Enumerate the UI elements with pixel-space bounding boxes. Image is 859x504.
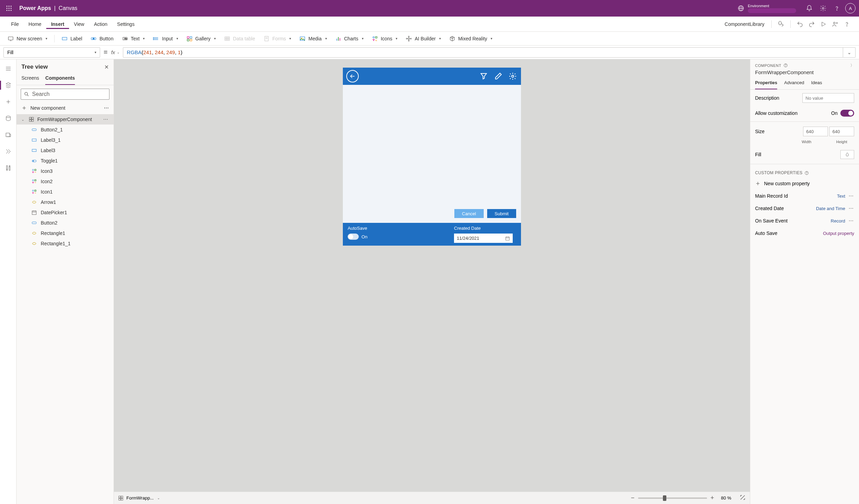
- custom-property-row[interactable]: On Save EventRecord⋯: [750, 215, 859, 227]
- tree-node[interactable]: Arrow1: [17, 197, 114, 207]
- menu-view[interactable]: View: [69, 19, 89, 29]
- menu-action[interactable]: Action: [89, 19, 112, 29]
- tree-node[interactable]: Rectangle1_1: [17, 238, 114, 249]
- more-icon[interactable]: ⋯: [849, 218, 854, 224]
- user-avatar[interactable]: A: [845, 3, 856, 13]
- edit-pencil-icon[interactable]: [493, 71, 503, 81]
- tree-node[interactable]: Button2_1: [17, 125, 114, 135]
- gallery-dropdown[interactable]: Gallery▾: [183, 34, 219, 43]
- media-dropdown[interactable]: Media▾: [296, 34, 330, 43]
- info-icon[interactable]: [783, 63, 788, 68]
- description-input[interactable]: [802, 93, 854, 103]
- svg-point-12: [822, 8, 824, 9]
- component-library-name[interactable]: ComponentLibrary: [725, 21, 764, 27]
- more-icon[interactable]: ⋯: [849, 193, 854, 199]
- custom-property-row[interactable]: Auto SaveOutput property: [750, 227, 859, 239]
- label-button[interactable]: Label: [58, 34, 86, 43]
- tree-node[interactable]: Icon1: [17, 187, 114, 197]
- props-tab-properties[interactable]: Properties: [755, 78, 777, 89]
- icons-dropdown[interactable]: Icons▾: [368, 34, 401, 43]
- props-tab-advanced[interactable]: Advanced: [784, 78, 804, 89]
- fx-label[interactable]: fx⌄: [111, 49, 120, 55]
- app-launcher-icon[interactable]: [3, 3, 15, 14]
- tree-node[interactable]: Button2: [17, 218, 114, 228]
- input-dropdown[interactable]: Input▾: [149, 34, 181, 43]
- info-icon[interactable]: [804, 171, 809, 175]
- close-panel-icon[interactable]: ✕: [104, 64, 109, 70]
- height-input[interactable]: [829, 127, 854, 136]
- redo-icon[interactable]: [806, 18, 818, 30]
- ai-builder-dropdown[interactable]: AI Builder▾: [402, 34, 444, 43]
- custom-property-row[interactable]: Created DateDate and Time⋯: [750, 202, 859, 215]
- environment-picker[interactable]: Environment: [737, 4, 796, 13]
- hamburger-icon[interactable]: [2, 63, 14, 75]
- tree-node[interactable]: Icon3: [17, 166, 114, 176]
- mixed-reality-dropdown[interactable]: Mixed Reality▾: [446, 34, 496, 43]
- menu-settings[interactable]: Settings: [112, 19, 139, 29]
- canvas-status-bar: FormWrapp... ⌄ − + 80 %: [114, 492, 750, 504]
- menu-file[interactable]: File: [6, 19, 24, 29]
- allow-customization-toggle[interactable]: On: [831, 110, 854, 117]
- tree-node-root[interactable]: ⌄FormWrapperComponent⋯: [17, 114, 114, 125]
- width-input[interactable]: [803, 127, 828, 136]
- undo-icon[interactable]: [794, 18, 806, 30]
- fill-color-picker[interactable]: [840, 150, 854, 159]
- charts-dropdown[interactable]: Charts▾: [332, 34, 367, 43]
- autosave-toggle[interactable]: On: [348, 234, 367, 240]
- tree-node[interactable]: DatePicker1: [17, 207, 114, 218]
- panel-collapse-icon[interactable]: 〉: [850, 63, 855, 68]
- more-icon[interactable]: ⋯: [104, 105, 109, 111]
- menu-insert[interactable]: Insert: [46, 19, 69, 29]
- data-rail-icon[interactable]: [2, 112, 14, 124]
- preview-play-icon[interactable]: [818, 18, 829, 30]
- tree-search-input[interactable]: Search: [21, 89, 109, 100]
- tree-node[interactable]: Icon2: [17, 176, 114, 187]
- share-icon[interactable]: [829, 18, 841, 30]
- tree-tab-screens[interactable]: Screens: [21, 72, 39, 85]
- cancel-button[interactable]: Cancel: [454, 209, 483, 218]
- tree-tab-components[interactable]: Components: [45, 72, 75, 85]
- formula-expand-icon[interactable]: ⌄: [843, 47, 856, 58]
- insert-ribbon: New screen▾ Label Ab Button Abc Text▾ In…: [0, 32, 859, 46]
- new-custom-property-button[interactable]: New custom property: [750, 177, 859, 190]
- settings-gear-icon[interactable]: [816, 1, 830, 15]
- more-icon[interactable]: ⋯: [103, 117, 110, 122]
- media-rail-icon[interactable]: [2, 129, 14, 141]
- property-selector[interactable]: Fill▾: [3, 47, 100, 58]
- notifications-icon[interactable]: [802, 1, 816, 15]
- insert-rail-icon[interactable]: [2, 96, 14, 108]
- menu-home[interactable]: Home: [24, 19, 46, 29]
- zoom-out-icon[interactable]: −: [631, 494, 635, 502]
- tree-view-icon[interactable]: [2, 79, 14, 91]
- tree-node[interactable]: Label3_1: [17, 135, 114, 145]
- new-component-button[interactable]: New component ⋯: [17, 103, 114, 114]
- selected-element-picker[interactable]: FormWrapp... ⌄: [118, 495, 160, 501]
- tree-node[interactable]: Toggle1: [17, 156, 114, 166]
- tree-node[interactable]: Label3: [17, 145, 114, 156]
- text-dropdown[interactable]: Abc Text▾: [118, 34, 148, 43]
- submit-button[interactable]: Submit: [487, 209, 516, 218]
- svg-point-86: [32, 169, 34, 171]
- help-icon[interactable]: [830, 1, 844, 15]
- svg-rect-82: [32, 149, 36, 152]
- zoom-in-icon[interactable]: +: [711, 494, 714, 502]
- help-menu-icon[interactable]: [841, 18, 853, 30]
- more-icon[interactable]: ⋯: [849, 206, 854, 211]
- tools-icon[interactable]: [2, 162, 14, 174]
- tree-node[interactable]: Rectangle1: [17, 228, 114, 238]
- back-arrow-icon[interactable]: [346, 70, 359, 82]
- props-tab-ideas[interactable]: Ideas: [811, 78, 822, 89]
- tree-view-panel: Tree view ✕ ScreensComponents Search New…: [17, 59, 114, 504]
- custom-property-row[interactable]: Main Record IdText⋯: [750, 190, 859, 202]
- zoom-slider[interactable]: [638, 497, 707, 499]
- formula-input[interactable]: RGBA(241, 244, 249, 1): [123, 47, 843, 58]
- filter-icon[interactable]: [479, 71, 489, 81]
- component-canvas[interactable]: Cancel Submit AutoSave On Created Date: [343, 68, 521, 246]
- health-check-icon[interactable]: [775, 18, 787, 30]
- power-automate-icon[interactable]: [2, 146, 14, 157]
- fit-screen-icon[interactable]: [740, 494, 746, 502]
- button-button[interactable]: Ab Button: [87, 34, 117, 43]
- gear-icon[interactable]: [508, 71, 518, 81]
- new-screen-button[interactable]: New screen▾: [4, 34, 51, 43]
- created-date-input[interactable]: 11/24/2021: [454, 234, 513, 243]
